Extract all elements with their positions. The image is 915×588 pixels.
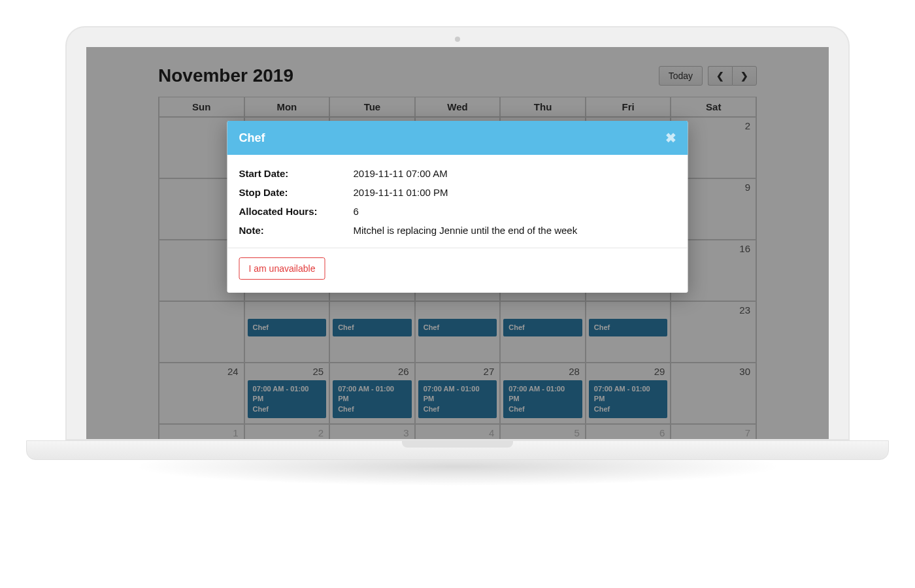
allocated-hours-label: Allocated Hours: xyxy=(239,206,354,217)
camera-dot xyxy=(455,37,460,42)
stop-date-value: 2019-11-11 01:00 PM xyxy=(354,187,676,198)
close-icon[interactable]: ✖ xyxy=(665,130,676,146)
modal-body: Start Date: 2019-11-11 07:00 AM Stop Dat… xyxy=(227,155,688,248)
row-stop-date: Stop Date: 2019-11-11 01:00 PM xyxy=(239,187,676,198)
unavailable-button[interactable]: I am unavailable xyxy=(239,257,325,280)
allocated-hours-value: 6 xyxy=(354,206,676,217)
note-value: Mitchel is replacing Jennie until the en… xyxy=(354,225,676,236)
laptop-notch xyxy=(402,441,513,448)
note-label: Note: xyxy=(239,225,354,236)
shift-detail-modal: Chef ✖ Start Date: 2019-11-11 07:00 AM S… xyxy=(227,121,688,293)
screen: November 2019 Today ❮ ❯ xyxy=(86,47,829,439)
modal-header: Chef ✖ xyxy=(227,121,688,155)
laptop-bezel: November 2019 Today ❮ ❯ xyxy=(65,26,850,440)
laptop-frame: November 2019 Today ❮ ❯ xyxy=(65,26,850,486)
row-note: Note: Mitchel is replacing Jennie until … xyxy=(239,225,676,236)
modal-footer: I am unavailable xyxy=(227,248,688,293)
stop-date-label: Stop Date: xyxy=(239,187,354,198)
start-date-value: 2019-11-11 07:00 AM xyxy=(354,168,676,179)
start-date-label: Start Date: xyxy=(239,168,354,179)
row-allocated-hours: Allocated Hours: 6 xyxy=(239,206,676,217)
modal-title: Chef xyxy=(239,131,265,145)
laptop-base xyxy=(26,440,889,460)
row-start-date: Start Date: 2019-11-11 07:00 AM xyxy=(239,168,676,179)
